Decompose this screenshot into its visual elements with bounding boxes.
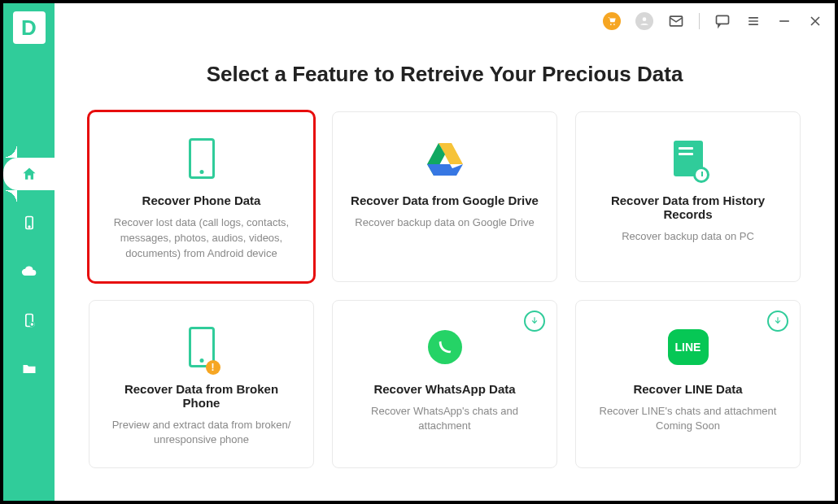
broken-phone-feature-icon: !	[189, 324, 215, 371]
card-desc: Recover lost data (call logs, contacts, …	[104, 215, 299, 262]
whatsapp-feature-icon	[428, 324, 462, 371]
device-restore-icon	[21, 312, 37, 328]
titlebar-divider	[699, 13, 700, 29]
card-recover-phone-data[interactable]: Recover Phone Data Recover lost data (ca…	[89, 111, 314, 282]
folder-icon	[21, 361, 37, 377]
download-icon	[529, 315, 540, 327]
feedback-button[interactable]	[714, 13, 731, 29]
card-desc: Recover LINE's chats and attachment Comi…	[591, 404, 785, 435]
sidebar-item-cloud[interactable]	[11, 255, 48, 288]
download-badge[interactable]	[524, 311, 545, 332]
alert-icon: !	[206, 360, 220, 375]
cloud-icon	[21, 263, 37, 280]
whatsapp-icon	[436, 338, 454, 356]
svg-point-5	[610, 24, 612, 25]
card-title: Recover Data from History Records	[591, 193, 785, 221]
main-content: Select a Feature to Retreive Your Precio…	[55, 39, 835, 501]
menu-icon	[745, 13, 762, 29]
feature-grid: Recover Phone Data Recover lost data (ca…	[89, 111, 801, 468]
download-badge[interactable]	[767, 311, 788, 332]
card-recover-whatsapp[interactable]: Recover WhatsApp Data Recover WhatsApp's…	[332, 300, 557, 469]
home-icon	[21, 166, 37, 182]
user-icon	[639, 15, 650, 27]
sidebar-item-home[interactable]	[3, 158, 55, 190]
sidebar: D	[3, 3, 55, 501]
sidebar-item-device-restore[interactable]	[11, 304, 48, 337]
close-button[interactable]	[807, 13, 823, 29]
phone-feature-icon	[189, 135, 215, 182]
cart-button[interactable]	[603, 12, 621, 30]
gdrive-icon	[426, 141, 465, 176]
card-desc: Preview and extract data from broken/ un…	[104, 418, 299, 449]
svg-point-6	[613, 24, 615, 25]
card-recover-google-drive[interactable]: Recover Data from Google Drive Recover b…	[332, 111, 557, 282]
card-title: Recover Data from Broken Phone	[104, 382, 299, 410]
sidebar-item-folder[interactable]	[11, 353, 48, 385]
card-title: Recover Phone Data	[142, 193, 261, 207]
mail-icon	[668, 13, 684, 29]
minimize-icon	[776, 13, 792, 29]
gdrive-feature-icon	[426, 135, 465, 182]
svg-point-7	[643, 17, 647, 21]
profile-button[interactable]	[635, 12, 653, 30]
card-recover-broken-phone[interactable]: ! Recover Data from Broken Phone Preview…	[89, 300, 314, 469]
cart-icon	[606, 15, 618, 27]
svg-marker-13	[427, 164, 456, 176]
menu-button[interactable]	[745, 13, 762, 29]
close-icon	[807, 13, 823, 29]
history-feature-icon	[674, 135, 703, 182]
phone-icon	[21, 215, 37, 231]
card-desc: Recover backup data on PC	[622, 229, 754, 245]
mail-button[interactable]	[668, 13, 684, 29]
chat-icon	[714, 13, 731, 29]
svg-point-1	[28, 226, 30, 228]
card-recover-line[interactable]: LINE Recover LINE Data Recover LINE's ch…	[575, 300, 801, 469]
svg-rect-9	[717, 15, 729, 24]
card-desc: Recover backup data on Google Drive	[355, 215, 534, 231]
line-feature-icon: LINE	[668, 324, 709, 371]
card-desc: Recover WhatsApp's chats and attachment	[347, 404, 542, 435]
titlebar	[55, 3, 835, 39]
card-title: Recover LINE Data	[633, 382, 742, 396]
download-icon	[772, 315, 783, 327]
app-logo: D	[13, 11, 46, 44]
line-icon: LINE	[668, 329, 709, 365]
card-title: Recover WhatsApp Data	[373, 382, 515, 396]
minimize-button[interactable]	[776, 13, 792, 29]
sidebar-item-phone[interactable]	[11, 206, 48, 239]
card-title: Recover Data from Google Drive	[351, 193, 539, 207]
card-recover-history-records[interactable]: Recover Data from History Records Recove…	[575, 111, 801, 282]
app-window: D	[3, 3, 835, 501]
page-title: Select a Feature to Retreive Your Precio…	[89, 62, 801, 87]
